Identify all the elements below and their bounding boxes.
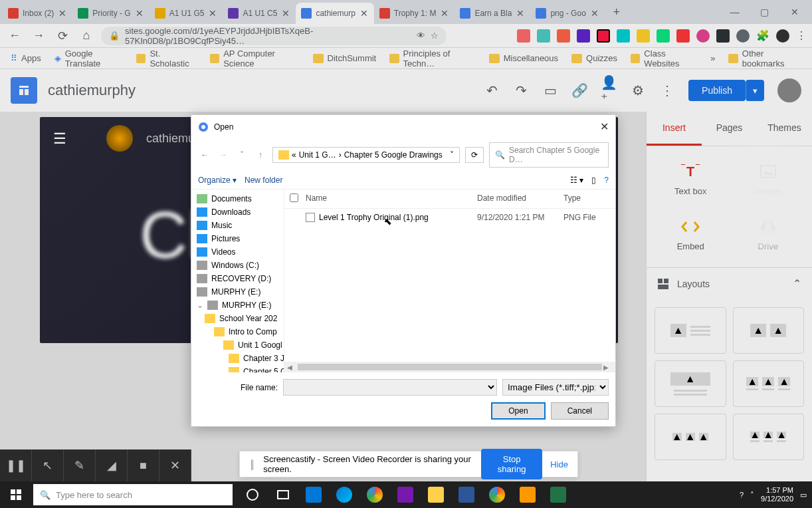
taskbar-search[interactable]: 🔍 Type here to search (33, 484, 233, 505)
bookmark-misc[interactable]: Miscellaneous (484, 51, 563, 66)
tree-item-4[interactable]: Videos (191, 245, 284, 259)
ext-icon-9[interactable] (676, 29, 690, 43)
breadcrumb-bar[interactable]: « Unit 1 G… › Chapter 5 Google Drawings … (272, 147, 460, 163)
layout-option-1[interactable]: ▲ (655, 307, 726, 354)
eye-icon[interactable]: 👁 (417, 31, 425, 41)
ext-icon-2[interactable] (537, 29, 550, 43)
tree-item-12[interactable]: Chapter 3 J (191, 352, 284, 365)
tray-expand-icon[interactable]: ˄ (750, 491, 754, 499)
maximize-button[interactable]: ▢ (750, 2, 779, 22)
sites-logo-icon[interactable] (11, 77, 37, 104)
tree-item-8[interactable]: ⌄MURPHY (E:) (191, 299, 284, 312)
organize-menu[interactable]: Organize ▾ (198, 176, 237, 185)
horizontal-scrollbar[interactable]: ◀▶ (284, 362, 615, 372)
nav-forward-button[interactable]: → (217, 150, 230, 160)
tree-item-10[interactable]: Intro to Comp (191, 325, 284, 338)
folder-tree[interactable]: DocumentsDownloadsMusicPicturesVideosWin… (191, 190, 284, 372)
pause-button[interactable]: ❚❚ (0, 449, 32, 481)
preview-pane-button[interactable]: ▯ (591, 176, 596, 185)
task-view-button[interactable] (268, 481, 298, 508)
tab-close-button[interactable]: ✕ (590, 9, 599, 18)
tree-item-0[interactable]: Documents (191, 192, 284, 205)
publish-dropdown[interactable]: ▾ (746, 80, 764, 101)
close-window-button[interactable]: ✕ (779, 2, 809, 22)
tab-close-button[interactable]: ✕ (208, 9, 217, 18)
nav-back-button[interactable]: ← (198, 150, 211, 160)
refresh-button[interactable]: ⟳ (465, 147, 484, 163)
ext-icon-10[interactable] (696, 29, 710, 43)
tab-close-button[interactable]: ✕ (135, 9, 144, 18)
browser-tab-4[interactable]: cathiemurp✕ (296, 3, 373, 24)
cortana-button[interactable] (238, 481, 267, 508)
ext-icon-11[interactable] (716, 29, 730, 43)
bookmark-quizzes[interactable]: Quizzes (566, 51, 623, 66)
address-bar[interactable]: 🔒 sites.google.com/d/1yeAEYPJrjddJHjbIBT… (101, 27, 447, 45)
bookmark-star-icon[interactable]: ☆ (431, 31, 439, 41)
tab-close-button[interactable]: ✕ (440, 9, 449, 18)
stop-button[interactable]: ✕ (159, 449, 191, 481)
bookmark-classweb[interactable]: Class Websites (625, 46, 702, 71)
insert-textbox[interactable]: T Text box (655, 154, 727, 204)
open-button[interactable]: Open (491, 402, 545, 420)
link-button[interactable]: 🔗 (571, 82, 587, 98)
tree-item-2[interactable]: Music (191, 219, 284, 232)
reload-button[interactable]: ⟳ (53, 27, 72, 45)
preview-button[interactable]: ▭ (542, 82, 558, 98)
tree-item-5[interactable]: Windows (C:) (191, 259, 284, 272)
new-folder-button[interactable]: New folder (245, 176, 282, 185)
tab-pages[interactable]: Pages (702, 112, 757, 146)
back-button[interactable]: ← (5, 27, 24, 45)
forward-button[interactable]: → (29, 27, 48, 45)
more-button[interactable]: ⋮ (659, 82, 675, 98)
start-button[interactable] (0, 481, 32, 508)
tab-close-button[interactable]: ✕ (359, 9, 369, 18)
tab-close-button[interactable]: ✕ (58, 9, 67, 18)
tab-close-button[interactable]: ✕ (516, 9, 525, 18)
insert-images[interactable]: Images (732, 154, 805, 204)
dialog-search[interactable]: 🔍 Search Chapter 5 Google D… (489, 142, 609, 168)
insert-drive[interactable]: Drive (732, 209, 805, 259)
cancel-button[interactable]: Cancel (551, 402, 609, 420)
user-avatar[interactable] (777, 78, 801, 102)
bookmark-ditch[interactable]: DitchSummit (308, 51, 382, 66)
help-button[interactable]: ? (604, 176, 609, 185)
select-all-checkbox[interactable] (290, 193, 298, 202)
share-button[interactable]: 👤⁺ (601, 82, 617, 98)
ext-icon-7[interactable] (637, 29, 650, 43)
browser-tab-5[interactable]: Trophy 1: M✕ (374, 3, 455, 24)
tree-item-7[interactable]: MURPHY (E:) (191, 285, 284, 299)
layout-option-3[interactable]: ▲ (655, 360, 726, 407)
tree-item-9[interactable]: School Year 202 (191, 312, 284, 325)
tab-themes[interactable]: Themes (757, 112, 812, 146)
breadcrumb-dropdown[interactable]: ˅ (450, 150, 454, 160)
tab-close-button[interactable]: ✕ (281, 9, 290, 18)
other-bookmarks[interactable]: Other bookmarks (723, 46, 807, 71)
home-button[interactable]: ⌂ (77, 27, 96, 45)
bookmark-translate[interactable]: ◈Google Translate (49, 46, 129, 71)
site-title[interactable]: cathiemurphy (48, 82, 473, 99)
tab-insert[interactable]: Insert (647, 112, 702, 146)
layouts-header[interactable]: Layouts ⌃ (647, 267, 812, 299)
new-tab-button[interactable]: + (607, 3, 626, 21)
ext-icon-5[interactable] (597, 29, 610, 43)
nav-up-button[interactable]: ↑ (254, 150, 267, 160)
hide-button[interactable]: Hide (550, 459, 568, 469)
collapse-icon[interactable]: ⌃ (793, 277, 801, 290)
file-list-headers[interactable]: Name Date modified Type (284, 190, 615, 209)
settings-button[interactable]: ⚙ (630, 82, 646, 98)
taskbar-excel[interactable] (544, 481, 573, 508)
browser-tab-3[interactable]: A1 U1 C5✕ (223, 3, 296, 24)
drag-handle-icon[interactable]: ║ (249, 459, 255, 469)
tray-help-icon[interactable]: ? (740, 491, 744, 499)
extensions-icon[interactable]: 🧩 (756, 29, 769, 42)
tree-item-3[interactable]: Pictures (191, 232, 284, 245)
view-menu[interactable]: ☷ ▾ (570, 176, 583, 185)
bookmark-principles[interactable]: Principles of Techn… (384, 46, 480, 71)
browser-tab-6[interactable]: Earn a Bla✕ (455, 3, 530, 24)
ext-icon-6[interactable] (617, 29, 630, 43)
chrome-menu-icon[interactable]: ⋮ (796, 29, 807, 42)
bookmark-scholastic[interactable]: St. Scholastic (131, 46, 202, 71)
layout-option-4[interactable]: ▲▲▲ (733, 360, 805, 407)
insert-embed[interactable]: Embed (655, 209, 727, 259)
pen-button[interactable]: ✎ (64, 449, 96, 481)
